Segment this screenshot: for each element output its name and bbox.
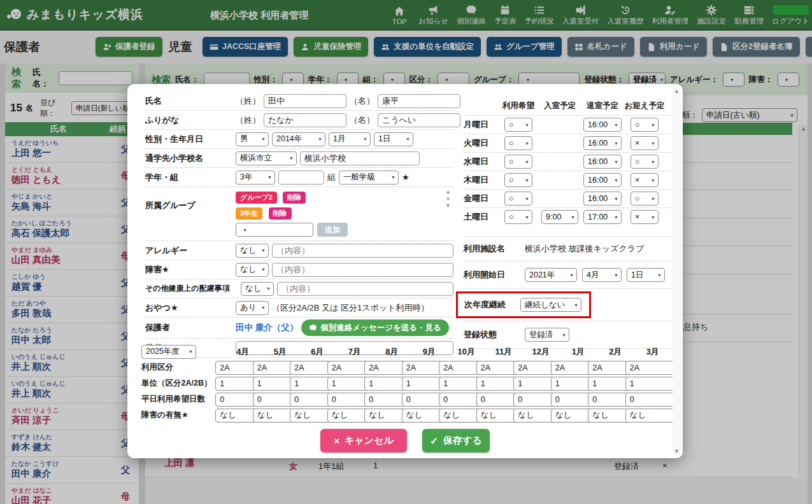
- weekday-days-select[interactable]: 0: [625, 393, 680, 407]
- wish-select[interactable]: ○: [504, 155, 532, 169]
- weekly-day-row: 木曜日 ○ 16:00 ×: [464, 171, 678, 189]
- day-label: 月曜日: [464, 119, 498, 130]
- chat-icon: [309, 324, 317, 332]
- scroll-down-icon[interactable]: ▼: [674, 447, 680, 455]
- message-button[interactable]: 個別連絡メッセージを送る・見る: [301, 319, 449, 336]
- guardian-row: 保護者 田中 康介（父） 個別連絡メッセージを送る・見る: [145, 318, 453, 339]
- group-add-button[interactable]: 追加: [317, 223, 348, 237]
- required-star: ★: [402, 172, 410, 182]
- allergy-row: アレルギー なし: [145, 241, 453, 260]
- facility-section: 利用施設名 横浜小学校 放課後キッズクラブ 利用開始日 2021年 4月 1日 …: [464, 236, 678, 349]
- scroll-up-icon[interactable]: ▲: [674, 87, 680, 95]
- start-day-select[interactable]: 1日: [627, 268, 665, 282]
- continue-select[interactable]: 継続しない: [520, 298, 581, 312]
- gender-birth-row: 性別・生年月日 男 2014年 1月 1日: [145, 130, 453, 149]
- group-delete-button[interactable]: 削除: [283, 192, 306, 204]
- start-date-row: 利用開始日 2021年 4月 1日: [464, 262, 678, 289]
- continue-highlight-box: 次年度継続 継続しない: [456, 291, 591, 318]
- first-kana-input[interactable]: [378, 113, 460, 127]
- class-type-select[interactable]: 一般学級: [339, 171, 399, 185]
- wish-select[interactable]: ○: [504, 210, 532, 224]
- first-name-input[interactable]: [378, 94, 460, 108]
- month-label: 8月: [385, 344, 398, 360]
- wish-select[interactable]: ○: [504, 118, 532, 132]
- start-year-select[interactable]: 2021年: [525, 268, 577, 282]
- check-icon: ✓: [430, 435, 438, 447]
- health-select[interactable]: なし: [241, 282, 274, 296]
- start-month-select[interactable]: 4月: [582, 268, 622, 282]
- exit-time-select[interactable]: 16:00: [583, 192, 622, 206]
- facility-row: 利用施設名 横浜小学校 放課後キッズクラブ: [464, 237, 678, 262]
- exit-time-select[interactable]: 16:00: [583, 118, 622, 132]
- month-label: 11月: [495, 344, 512, 360]
- registration-status-select[interactable]: 登録済: [525, 328, 569, 342]
- gender-select[interactable]: 男: [236, 132, 269, 146]
- group-list-scrollbar[interactable]: ▲●▼: [445, 188, 451, 209]
- name-row: 氏名 （姓） （名）: [145, 92, 453, 111]
- allergy-detail-input[interactable]: [272, 244, 453, 258]
- day-label: 土曜日: [464, 211, 498, 223]
- month-column: 3月 2A 1 0 なし: [634, 344, 672, 423]
- grade-select[interactable]: 3年: [236, 171, 275, 185]
- pickup-select[interactable]: ○: [630, 155, 659, 169]
- month-label: 5月: [274, 344, 287, 360]
- pickup-select[interactable]: ○: [630, 118, 659, 132]
- birth-day-select[interactable]: 1日: [374, 132, 413, 146]
- snack-row: おやつ★ あり （区分2A/2B 又は 区分1スポット利用時）: [145, 298, 453, 318]
- modal-scrollbar[interactable]: ▲ ▼: [673, 87, 681, 455]
- group-add-select[interactable]: [236, 223, 313, 237]
- weekly-day-row: 金曜日 ○ 16:00 ○: [464, 189, 678, 207]
- save-button[interactable]: ✓ 保存する: [422, 429, 490, 452]
- weekly-header: 利用希望 入室予定 退室予定 お迎え予定: [464, 101, 678, 115]
- class-input[interactable]: [278, 171, 324, 185]
- school-name-input[interactable]: [300, 151, 420, 165]
- birth-year-select[interactable]: 2014年: [272, 132, 325, 146]
- facility-name: 横浜小学校 放課後キッズクラブ: [525, 243, 644, 255]
- modal-right-column: 利用希望 入室予定 退室予定 お迎え予定 月曜日 ○ 16:00 ○ 火曜日 ○…: [464, 101, 678, 349]
- wish-select[interactable]: ○: [504, 136, 532, 150]
- health-detail-input[interactable]: [277, 282, 453, 296]
- pickup-select[interactable]: ×: [630, 210, 659, 224]
- continue-row: 次年度継続 継続しない: [464, 289, 678, 321]
- entry-time-select[interactable]: 9:00: [541, 210, 578, 224]
- monthly-settings: 2025年度 利用区分 単位（区分2A/2B） 平日利用希望日数 障害の有無★ …: [141, 344, 671, 423]
- month-label: 4月: [236, 344, 249, 360]
- group-tag: 3年生: [236, 207, 262, 220]
- month-label: 12月: [532, 344, 550, 360]
- school-city-select[interactable]: 横浜市立: [236, 151, 297, 165]
- disability-detail-input[interactable]: [272, 263, 453, 277]
- pickup-select[interactable]: ×: [630, 173, 659, 187]
- month-label: 2月: [609, 344, 622, 360]
- disability-flag-select[interactable]: なし: [625, 409, 680, 423]
- cancel-button[interactable]: × キャンセル: [320, 429, 407, 452]
- unit-select[interactable]: 1: [625, 377, 680, 391]
- monthly-labels: 2025年度 利用区分 単位（区分2A/2B） 平日利用希望日数 障害の有無★: [141, 344, 224, 423]
- exit-time-select[interactable]: 16:00: [583, 155, 622, 169]
- last-kana-input[interactable]: [264, 113, 346, 127]
- fiscal-year-select[interactable]: 2025年度: [141, 345, 196, 359]
- guardian-link[interactable]: 田中 康介（父）: [236, 322, 298, 333]
- pickup-select[interactable]: ×: [630, 136, 659, 150]
- birth-month-select[interactable]: 1月: [329, 132, 371, 146]
- allergy-select[interactable]: なし: [236, 244, 269, 258]
- month-columns: 4月 2A 1 0 なし 5月 2A 1 0 なし 6月 2A 1 0 なし 7…: [224, 344, 671, 423]
- weekly-rows: 月曜日 ○ 16:00 ○ 火曜日 ○ 16:00 × 水曜日 ○ 16:00 …: [464, 115, 678, 226]
- last-name-input[interactable]: [264, 94, 346, 108]
- usage-division-select[interactable]: 2A: [625, 361, 680, 375]
- weekly-day-row: 月曜日 ○ 16:00 ○: [464, 115, 678, 134]
- disability-select[interactable]: なし: [236, 263, 269, 277]
- grade-class-row: 学年・組 3年 組 一般学級 ★: [145, 168, 453, 187]
- exit-time-select[interactable]: 16:00: [583, 173, 622, 187]
- pickup-select[interactable]: ○: [630, 192, 659, 206]
- exit-time-select[interactable]: 16:00: [583, 136, 622, 150]
- exit-time-select[interactable]: 17:00: [583, 210, 622, 224]
- wish-select[interactable]: ○: [504, 173, 532, 187]
- close-icon: ×: [334, 435, 339, 446]
- group-delete-button[interactable]: 削除: [269, 207, 292, 220]
- weekly-day-row: 土曜日 ○ 9:00 17:00 ×: [464, 207, 678, 226]
- snack-select[interactable]: あり: [236, 301, 269, 315]
- group-tag: グループ2: [236, 192, 277, 204]
- group-row: 所属グループ グループ2 削除 3年生 削除 追加: [145, 187, 453, 241]
- wish-select[interactable]: ○: [504, 192, 532, 206]
- modal-left-column: 氏名 （姓） （名） ふりがな （姓） （名） 性別・生年月日 男 2014年 …: [145, 92, 453, 358]
